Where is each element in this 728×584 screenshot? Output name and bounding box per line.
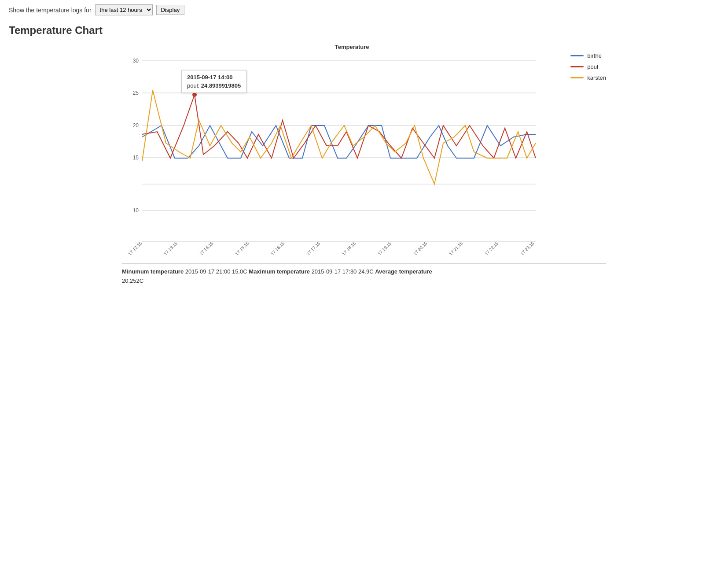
poul-legend-label: poul xyxy=(587,63,598,70)
karsten-legend-label: karsten xyxy=(587,74,606,81)
navigator-area: 10 2015-09-17 12:15 2015-09-17 13:15 201… xyxy=(122,202,562,255)
svg-text:2015-09-17 17:15: 2015-09-17 17:15 xyxy=(293,240,321,255)
svg-text:2015-09-17 16:15: 2015-09-17 16:15 xyxy=(257,240,286,255)
legend-item-karsten: karsten xyxy=(570,74,606,81)
karsten-legend-line xyxy=(570,77,584,78)
svg-text:2015-09-17 21:15: 2015-09-17 21:15 xyxy=(436,240,464,255)
legend: birthe poul karsten xyxy=(562,44,606,81)
svg-text:2015-09-17 20:15: 2015-09-17 20:15 xyxy=(400,240,428,255)
page-title: Temperature Chart xyxy=(9,24,719,37)
stats-bar: Minumum temperature 2015-09-17 21:00 15.… xyxy=(122,263,606,286)
chart-area: Temperature 30 25 20 15 xyxy=(122,44,606,255)
birthe-legend-label: birthe xyxy=(587,52,602,59)
legend-item-poul: poul xyxy=(570,63,606,70)
legend-item-birthe: birthe xyxy=(570,52,606,59)
top-bar: Show the temperature logs for the last 1… xyxy=(9,4,719,15)
svg-text:2015-09-17 23:15: 2015-09-17 23:15 xyxy=(507,240,535,255)
svg-text:2015-09-17 19:15: 2015-09-17 19:15 xyxy=(364,240,393,255)
poul-legend-line xyxy=(570,66,584,67)
svg-text:2015-09-17 15:15: 2015-09-17 15:15 xyxy=(222,240,250,255)
y-axis-label: Temperature xyxy=(142,44,562,50)
show-label: Show the temperature logs for xyxy=(9,7,92,14)
time-select[interactable]: the last 12 hours the last 24 hours the … xyxy=(95,4,153,15)
svg-text:10: 10 xyxy=(133,207,139,214)
svg-text:2015-09-17 22:15: 2015-09-17 22:15 xyxy=(471,240,500,255)
svg-text:15: 15 xyxy=(133,155,139,161)
chart-container: Temperature 30 25 20 15 xyxy=(122,44,606,286)
svg-text:25: 25 xyxy=(133,90,139,96)
svg-text:20: 20 xyxy=(133,122,139,129)
svg-text:30: 30 xyxy=(133,58,139,64)
main-chart-svg: 30 25 20 15 xyxy=(122,52,544,202)
svg-text:2015-09-17 14:15: 2015-09-17 14:15 xyxy=(186,240,214,255)
display-button[interactable]: Display xyxy=(156,5,185,15)
svg-text:2015-09-17 13:15: 2015-09-17 13:15 xyxy=(151,240,179,255)
navigator-svg: 10 2015-09-17 12:15 2015-09-17 13:15 201… xyxy=(122,202,544,255)
birthe-legend-line xyxy=(570,55,584,56)
tooltip-dot xyxy=(192,92,197,97)
svg-text:2015-09-17 18:15: 2015-09-17 18:15 xyxy=(329,240,357,255)
svg-text:2015-09-17 12:15: 2015-09-17 12:15 xyxy=(122,240,143,255)
